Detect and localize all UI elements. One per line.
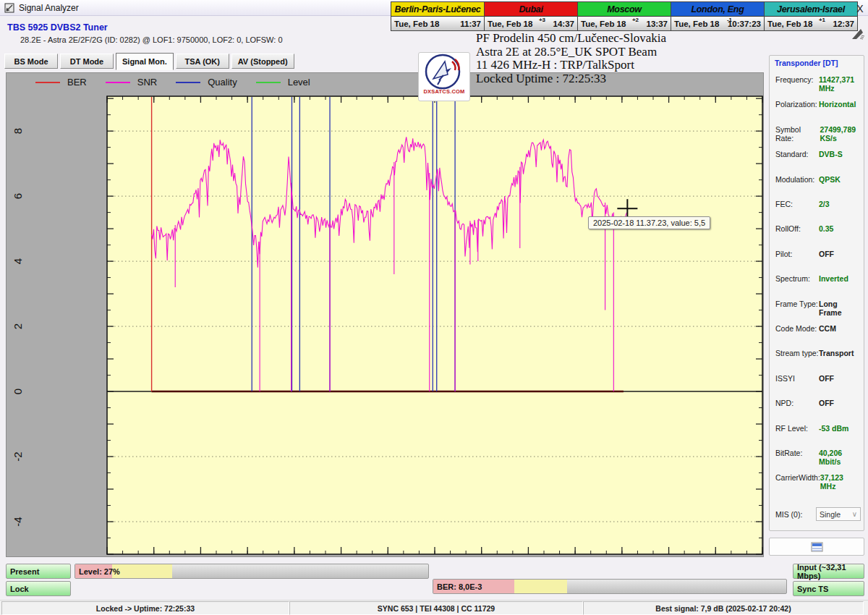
clock-moscow: Moscow Tue, Feb 18+213:37 — [578, 1, 671, 31]
chart-tooltip: 2025-02-18 11.37.23, value: 5,5 — [588, 216, 710, 229]
clock-date: Tue, Feb 18 — [581, 20, 626, 28]
status-best-signal: Best signal: 7,9 dB (2025-02-17 20:42) — [583, 601, 864, 615]
clock-date: Tue, Feb 18 — [767, 20, 812, 28]
clock-utc-offset: +1 — [819, 17, 825, 23]
polarization-value: Horizontal — [819, 100, 861, 109]
close-icon[interactable]: X — [854, 3, 866, 14]
snr-line-swatch — [106, 82, 130, 83]
svg-text:2: 2 — [12, 323, 25, 329]
clock-time: 11:37 — [460, 20, 481, 28]
legend-ber: BER — [35, 77, 87, 88]
pilot-value: OFF — [819, 250, 861, 258]
world-clocks: Berlin-Paris-Lučenec Tue, Feb 1811:37 Du… — [391, 1, 858, 31]
clock-city-label: Jerusalem-Israel — [765, 2, 857, 17]
lock-indicator: Lock — [6, 581, 71, 596]
ber-line-swatch — [35, 82, 60, 83]
clock-utc-offset: -1 — [727, 17, 732, 23]
mis-label: MIS (0): — [775, 510, 802, 519]
input-indicator: Input (~32,31 Mbps) — [793, 564, 864, 579]
clock-city-label: London, Eng — [671, 2, 764, 17]
clock-city-label: Berlin-Paris-Lučenec — [391, 2, 484, 17]
annotation-line-2: Astra 2E at 28.5°E_UK SPOT Beam — [476, 46, 666, 59]
tsa-button[interactable]: TSA (OK) — [176, 54, 229, 69]
annotation-line-3: 11 426 MHz-H : TRP/TalkSport — [476, 59, 666, 72]
svg-text:4: 4 — [12, 258, 25, 264]
level-line-swatch — [256, 82, 281, 83]
ts-list-icon — [811, 542, 823, 552]
npd-value: OFF — [819, 399, 861, 407]
frequency-value: 11427,371 MHz — [819, 75, 861, 93]
signal-chart[interactable]: 86420-2-4 — [7, 73, 765, 558]
svg-text:6: 6 — [12, 193, 25, 199]
mis-row: MIS (0): Single∨ — [775, 507, 861, 521]
symbol-rate-value: 27499,789 KS/s — [820, 125, 861, 143]
ber-meter: BER: 8,0E-3 — [433, 579, 787, 594]
rolloff-value: 0.35 — [819, 224, 861, 233]
transport-stream-button[interactable] — [769, 538, 864, 556]
clock-time: 10:37:23 — [728, 20, 761, 28]
clock-date: Tue, Feb 18 — [394, 20, 439, 28]
code-mode-value: CCM — [819, 324, 861, 333]
legend-quality: Quality — [176, 77, 237, 88]
av-button[interactable]: AV (Stopped) — [231, 54, 294, 69]
chevron-down-icon: ∨ — [852, 510, 857, 518]
svg-text:8: 8 — [12, 128, 25, 134]
bitrate-value: 40,206 Mbit/s — [819, 449, 861, 466]
transponder-title: Transponder [DT] — [775, 59, 838, 67]
present-indicator: Present — [6, 564, 71, 579]
mouse-cursor-icon — [851, 26, 867, 43]
annotation-line-4: Locked Uptime : 72:25:33 — [476, 72, 666, 86]
tuner-details: 28.2E - Astra 2E/2F/2G (ID: 0282) @ LOF1… — [20, 35, 283, 44]
clock-dubai: Dubai Tue, Feb 18+314:37 — [485, 1, 578, 31]
spectrum-value: Inverted — [819, 274, 861, 283]
dxsatcs-logo: DXSATCS.COM — [418, 52, 470, 101]
clock-city-label: Dubai — [485, 2, 577, 17]
clock-berlin: Berlin-Paris-Lučenec Tue, Feb 1811:37 — [391, 1, 485, 31]
svg-text:-2: -2 — [12, 451, 25, 461]
window-title: Signal Analyzer — [19, 3, 79, 13]
legend-snr: SNR — [106, 77, 157, 88]
status-uptime: Locked -> Uptime: 72:25:33 — [1, 601, 289, 615]
clock-london: London, Eng Tue, Feb 18-110:37:23 — [671, 1, 765, 31]
annotation-text: PF Prodelin 450 cm/Lučenec-Slovakia Astr… — [476, 32, 666, 85]
clock-utc-offset: +2 — [632, 17, 639, 23]
fec-value: 2/3 — [819, 200, 861, 208]
carrier-width-value: 37,123 MHz — [820, 473, 861, 491]
transponder-panel: Transponder [DT] Frequency:11427,371 MHz… — [769, 55, 864, 531]
rf-level-value: -53 dBm — [819, 424, 861, 433]
clock-jerusalem: Jerusalem-Israel Tue, Feb 18+112:37 — [765, 1, 858, 31]
bs-mode-button[interactable]: BS Mode — [4, 54, 58, 69]
clock-utc-offset: +3 — [539, 17, 545, 23]
annotation-line-1: PF Prodelin 450 cm/Lučenec-Slovakia — [476, 32, 666, 46]
svg-text:-4: -4 — [12, 517, 25, 526]
mis-dropdown[interactable]: Single∨ — [816, 507, 861, 521]
chart-legend: BER SNR Quality Level — [35, 77, 310, 88]
signal-chart-panel[interactable]: 86420-2-4 BER SNR Quality Level 2025-02-… — [6, 72, 764, 557]
tuner-name: TBS 5925 DVBS2 Tuner — [7, 22, 108, 33]
frame-type-value: Long Frame — [819, 300, 861, 317]
status-sync-counters: SYNC 653 | TEI 44308 | CC 11729 — [289, 601, 583, 615]
signal-mon-tab[interactable]: Signal Mon. — [116, 53, 174, 70]
status-bar: Locked -> Uptime: 72:25:33 SYNC 653 | TE… — [0, 600, 868, 615]
dt-mode-button[interactable]: DT Mode — [60, 54, 114, 69]
clock-time: 14:37 — [553, 20, 574, 28]
mode-buttons: BS Mode DT Mode Signal Mon. TSA (OK) AV … — [4, 54, 294, 70]
meter-segment — [514, 580, 567, 593]
stream-type-value: Transport — [819, 349, 861, 357]
legend-level: Level — [256, 77, 310, 88]
svg-text:0: 0 — [12, 389, 25, 394]
clock-date: Tue, Feb 18 — [674, 20, 719, 28]
clock-date: Tue, Feb 18 — [488, 20, 532, 28]
standard-value: DVB-S — [819, 150, 861, 158]
app-icon — [4, 3, 14, 13]
satellite-dish-icon — [423, 53, 465, 90]
quality-line-swatch — [176, 82, 200, 83]
modulation-value: QPSK — [819, 175, 861, 184]
clock-city-label: Moscow — [578, 2, 671, 17]
issyi-value: OFF — [819, 374, 861, 383]
sync-ts-indicator: Sync TS — [793, 581, 864, 596]
logo-text: DXSATCS.COM — [423, 88, 464, 95]
level-meter: Level: 27% — [75, 564, 429, 579]
meter-segment — [112, 564, 172, 578]
clock-time: 13:37 — [647, 20, 668, 28]
